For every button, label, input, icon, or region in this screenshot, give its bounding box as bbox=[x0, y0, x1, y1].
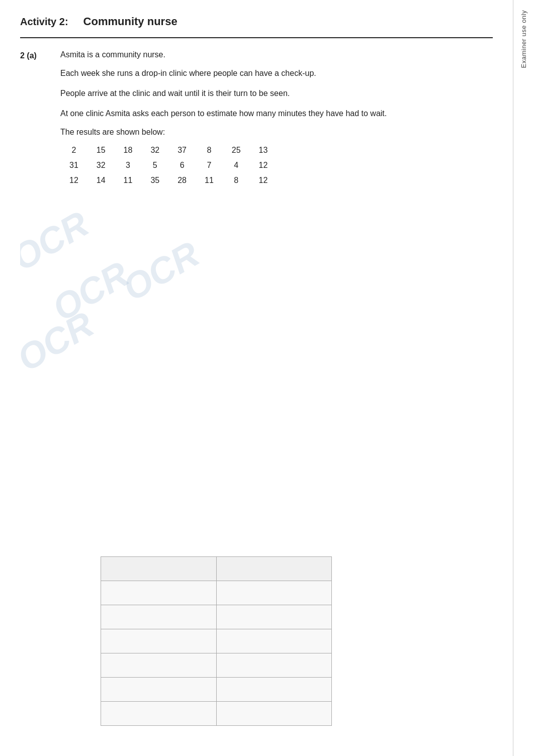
question-block: 2 (a) Asmita is a community nurse. Each … bbox=[20, 50, 493, 200]
activity-title: Community nurse bbox=[83, 15, 177, 28]
table-cell: 11 bbox=[115, 173, 142, 188]
paragraph-3: At one clinic Asmita asks each person to… bbox=[60, 108, 493, 120]
table-cell: 3 bbox=[115, 158, 142, 173]
table-cell: 7 bbox=[196, 158, 223, 173]
answer-table-head bbox=[101, 557, 332, 581]
table-cell: 11 bbox=[196, 173, 223, 188]
table-cell: 5 bbox=[141, 158, 168, 173]
watermark-4: OCR bbox=[116, 233, 206, 309]
answer-cell[interactable] bbox=[101, 678, 217, 702]
answer-cell[interactable] bbox=[216, 629, 332, 653]
question-intro: Asmita is a community nurse. bbox=[60, 50, 493, 59]
table-cell: 12 bbox=[250, 158, 277, 173]
answer-cell[interactable] bbox=[216, 678, 332, 702]
answer-header-row bbox=[101, 557, 332, 581]
table-row: 31 32 3 5 6 7 4 12 bbox=[60, 158, 277, 173]
table-cell: 18 bbox=[115, 143, 142, 158]
activity-header: Activity 2: Community nurse bbox=[20, 15, 493, 38]
table-row: 2 15 18 32 37 8 25 13 bbox=[60, 143, 277, 158]
table-cell: 35 bbox=[141, 173, 168, 188]
answer-row bbox=[101, 605, 332, 629]
table-cell: 32 bbox=[141, 143, 168, 158]
table-cell: 12 bbox=[60, 173, 87, 188]
answer-table bbox=[101, 556, 332, 726]
answer-row bbox=[101, 702, 332, 726]
results-label: The results are shown below: bbox=[60, 128, 493, 137]
sidebar-label: Examiner use only bbox=[520, 10, 527, 68]
watermark-2: OCR bbox=[45, 253, 136, 329]
data-table-body: 2 15 18 32 37 8 25 13 31 32 3 bbox=[60, 143, 277, 188]
table-cell: 6 bbox=[168, 158, 196, 173]
answer-row bbox=[101, 629, 332, 653]
answer-cell[interactable] bbox=[101, 605, 217, 629]
table-cell: 12 bbox=[250, 173, 277, 188]
answer-cell[interactable] bbox=[101, 653, 217, 678]
table-cell: 2 bbox=[60, 143, 87, 158]
main-content: Activity 2: Community nurse 2 (a) Asmita… bbox=[0, 0, 513, 756]
table-cell: 13 bbox=[250, 143, 277, 158]
answer-cell[interactable] bbox=[216, 702, 332, 726]
answer-table-body bbox=[101, 581, 332, 726]
table-cell: 37 bbox=[168, 143, 196, 158]
table-cell: 32 bbox=[87, 158, 115, 173]
answer-row bbox=[101, 678, 332, 702]
answer-cell[interactable] bbox=[216, 581, 332, 605]
table-cell: 8 bbox=[196, 143, 223, 158]
table-cell: 4 bbox=[223, 158, 250, 173]
answer-header-col2 bbox=[216, 557, 332, 581]
table-cell: 14 bbox=[87, 173, 115, 188]
activity-label: Activity 2: bbox=[20, 16, 68, 28]
paragraph-1: Each week she runs a drop-in clinic wher… bbox=[60, 67, 493, 79]
table-cell: 15 bbox=[87, 143, 115, 158]
watermark-3: OCR bbox=[20, 303, 101, 379]
answer-cell[interactable] bbox=[216, 605, 332, 629]
data-table: 2 15 18 32 37 8 25 13 31 32 3 bbox=[60, 143, 277, 188]
table-cell: 31 bbox=[60, 158, 87, 173]
answer-cell[interactable] bbox=[101, 581, 217, 605]
answer-cell[interactable] bbox=[101, 702, 217, 726]
page-container: Activity 2: Community nurse 2 (a) Asmita… bbox=[0, 0, 534, 756]
paragraph-2: People arrive at the clinic and wait unt… bbox=[60, 87, 493, 100]
question-number: 2 (a) bbox=[20, 50, 60, 200]
answer-row bbox=[101, 581, 332, 605]
answer-header-col1 bbox=[101, 557, 217, 581]
answer-area bbox=[101, 556, 332, 726]
table-cell: 25 bbox=[223, 143, 250, 158]
question-content: Asmita is a community nurse. Each week s… bbox=[60, 50, 493, 200]
answer-cell[interactable] bbox=[216, 653, 332, 678]
sidebar: Examiner use only bbox=[513, 0, 534, 756]
watermark-1: OCR bbox=[20, 210, 96, 279]
watermark-area: OCR OCR OCR OCR bbox=[20, 210, 282, 441]
answer-cell[interactable] bbox=[101, 629, 217, 653]
table-cell: 28 bbox=[168, 173, 196, 188]
table-cell: 8 bbox=[223, 173, 250, 188]
answer-row bbox=[101, 653, 332, 678]
table-row: 12 14 11 35 28 11 8 12 bbox=[60, 173, 277, 188]
